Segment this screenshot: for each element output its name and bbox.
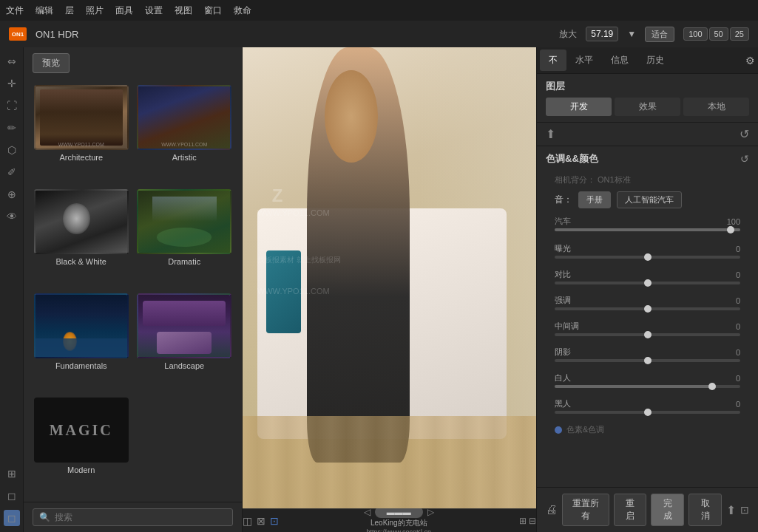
clone-tool[interactable]: ✐	[4, 164, 20, 180]
auto-slider[interactable]	[555, 228, 740, 231]
preset-label-fundamentals: Fundamentals	[55, 361, 107, 370]
zoom-value[interactable]: 57.19	[586, 27, 618, 41]
fit-50[interactable]: 50	[709, 27, 728, 41]
whites-slider[interactable]	[555, 385, 740, 388]
camera-value: ON1标准	[598, 175, 631, 184]
menu-bar: 文件 编辑 层 照片 面具 设置 视图 窗口 救命	[0, 0, 758, 21]
slider-blacks: 黑人 0	[546, 395, 749, 421]
expand-icon[interactable]: ⊡	[740, 504, 749, 516]
fit-button[interactable]: 适合	[645, 27, 674, 42]
slider-midtones: 中间调 0	[546, 318, 749, 344]
camera-info: 相机背分： ON1标准	[546, 171, 749, 188]
bottom-tool-1[interactable]: ⊞	[4, 466, 20, 482]
blacks-thumb[interactable]	[644, 409, 652, 416]
menu-layer[interactable]: 层	[65, 4, 74, 17]
preset-bw[interactable]: Black & White	[33, 189, 130, 287]
move-tool[interactable]: ✛	[4, 75, 20, 92]
shadows-slider[interactable]	[555, 359, 740, 362]
preset-architecture[interactable]: WWW.YPO11.COM Architecture	[33, 85, 130, 183]
panel-settings-icon[interactable]: ⚙	[745, 55, 755, 66]
healing-tool[interactable]: ⬡	[4, 142, 20, 158]
bottom-bar: ◫ ⊠ ⊡ ◁ ▬▬▬ ▷ LeoKing的充电站 https://www.co…	[243, 508, 536, 532]
highlights-slider[interactable]	[555, 307, 740, 310]
exposure-thumb[interactable]	[644, 253, 652, 261]
preset-dramatic[interactable]: Dramatic	[136, 189, 234, 287]
preset-label-artistic: Artistic	[172, 153, 197, 162]
exposure-label: 曝光	[555, 243, 571, 254]
crop-tool[interactable]: ⛶	[4, 98, 20, 114]
canvas-image: Z WWW.YPO11.COM 找板报素材 就上找板报网 WWW.YPO11.C…	[243, 47, 536, 508]
preset-label-bw: Black & White	[56, 257, 106, 266]
cancel-btn[interactable]: 取消	[688, 494, 722, 526]
tab-adjust[interactable]: 不	[540, 50, 566, 71]
layer-tab-develop[interactable]: 开发	[546, 98, 612, 116]
eye-tool[interactable]: 👁	[4, 208, 20, 225]
tone-manual-btn[interactable]: 手册	[578, 191, 611, 208]
print-icon[interactable]: 🖨	[546, 503, 558, 516]
whites-thumb[interactable]	[708, 383, 716, 390]
preset-thumb-artistic: WWW.YPO11.COM	[137, 85, 231, 150]
compare-btn[interactable]: ⊞ ⊟	[519, 516, 536, 526]
menu-window[interactable]: 窗口	[204, 4, 222, 17]
blacks-label: 黑人	[555, 398, 571, 409]
slider-highlights: 强调 0	[546, 292, 749, 318]
bottom-tool-2[interactable]: ◻	[4, 488, 20, 504]
midtones-slider[interactable]	[555, 333, 740, 336]
zoom-tool[interactable]: ⊕	[4, 186, 20, 202]
bottom-icon-1[interactable]: ◫	[243, 515, 252, 527]
done-btn[interactable]: 完成	[651, 494, 684, 526]
fit-100[interactable]: 100	[683, 27, 707, 41]
bottom-icon-3[interactable]: ⊡	[270, 515, 279, 527]
preset-fundamentals[interactable]: Fundamentals	[33, 293, 130, 392]
title-bar: ON1 ON1 HDR 放大 57.19 ▼ 适合 100 50 25	[0, 21, 758, 47]
preset-thumb-modern: MAGIC	[34, 398, 129, 463]
tone-auto-btn[interactable]: 人工智能汽车	[617, 191, 682, 208]
brush-tool[interactable]: ✏	[4, 120, 20, 136]
preset-thumb-fundamentals	[34, 293, 129, 358]
bottom-icon-2[interactable]: ⊠	[257, 515, 265, 527]
exposure-slider[interactable]	[555, 256, 740, 259]
preset-artistic[interactable]: WWW.YPO11.COM Artistic	[136, 85, 234, 183]
menu-mask[interactable]: 面具	[115, 4, 133, 17]
presets-panel: 预览 WWW.YPO11.COM Architecture WWW.YPO11.…	[24, 47, 243, 532]
menu-edit[interactable]: 编辑	[35, 4, 53, 17]
sliders-container: 曝光 0 对比 0	[546, 240, 749, 438]
tone-label: 音：	[555, 194, 572, 206]
contrast-slider[interactable]	[555, 282, 740, 284]
auto-slider-fill	[555, 228, 740, 231]
tab-level[interactable]: 水平	[566, 50, 602, 71]
fit-numbers: 100 50 25	[683, 27, 749, 41]
reset-btn[interactable]: 重启	[614, 494, 647, 526]
menu-photo[interactable]: 照片	[86, 4, 104, 17]
shadows-thumb[interactable]	[644, 357, 652, 364]
menu-view[interactable]: 视图	[175, 4, 192, 17]
contrast-thumb[interactable]	[644, 279, 652, 287]
tab-info[interactable]: 信息	[602, 50, 637, 71]
menu-file[interactable]: 文件	[6, 4, 24, 17]
undo-layer-icon[interactable]: ↺	[740, 127, 749, 141]
preset-landscape[interactable]: Landscape	[136, 293, 234, 392]
menu-help[interactable]: 救命	[234, 4, 251, 17]
export-layer-icon[interactable]: ⬆	[546, 127, 555, 141]
color-tone-radio[interactable]	[555, 426, 562, 434]
share-icon[interactable]: ⬆	[726, 503, 736, 517]
search-input[interactable]	[55, 512, 226, 522]
zoom-dropdown-icon[interactable]: ▼	[627, 29, 636, 39]
menu-settings[interactable]: 设置	[145, 4, 163, 17]
bottom-tool-3[interactable]: ◻	[4, 510, 20, 526]
presets-button[interactable]: 预览	[33, 53, 70, 73]
select-tool[interactable]: ⇔	[4, 53, 20, 69]
blacks-slider[interactable]	[555, 411, 740, 414]
color-reset-icon[interactable]: ↺	[740, 153, 749, 165]
auto-slider-thumb[interactable]	[727, 226, 734, 233]
slider-contrast: 对比 0	[546, 266, 749, 292]
layer-tab-effects[interactable]: 效果	[615, 98, 680, 116]
layer-tab-local[interactable]: 本地	[683, 98, 749, 116]
preset-modern[interactable]: MAGIC Modern	[33, 398, 130, 496]
color-section-header: 色调&&颜色 ↺	[546, 152, 749, 166]
reset-all-btn[interactable]: 重置所有	[562, 494, 609, 526]
fit-25[interactable]: 25	[730, 27, 749, 41]
tab-history[interactable]: 历史	[637, 50, 673, 71]
highlights-thumb[interactable]	[644, 305, 652, 313]
midtones-thumb[interactable]	[644, 331, 652, 338]
